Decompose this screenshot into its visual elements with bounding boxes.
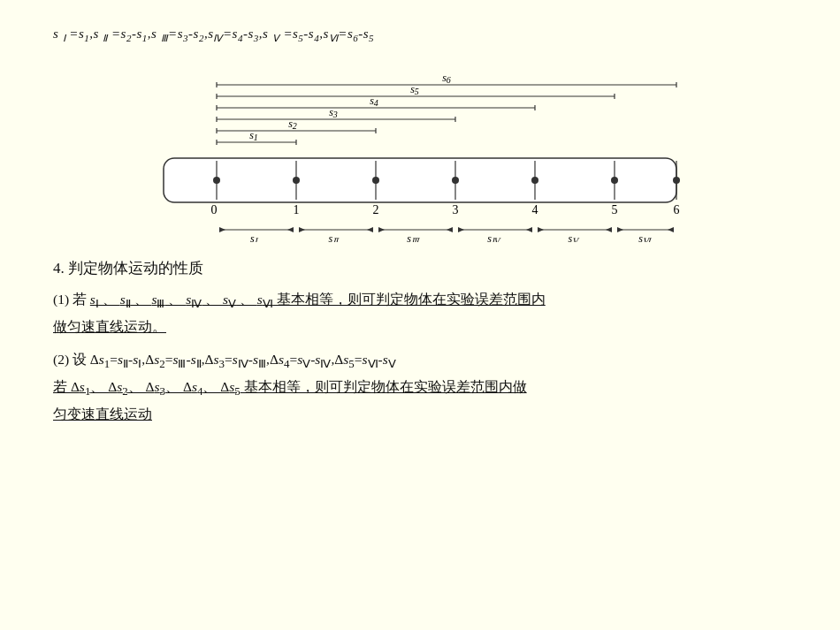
svg-text:s6: s6 [442, 72, 451, 85]
diagram: 0 1 2 3 4 5 6 s1 s2 s3 s [137, 57, 703, 242]
svg-marker-60 [299, 227, 305, 232]
svg-text:2: 2 [373, 203, 379, 216]
svg-text:sⅤ: sⅤ [568, 232, 580, 242]
svg-text:3: 3 [453, 203, 459, 216]
svg-marker-59 [287, 227, 294, 232]
page: s Ⅰ =s1,s Ⅱ =s2-s1,s Ⅲ=s3-s2,sⅣ=s4-s3,s … [0, 0, 840, 452]
svg-marker-62 [378, 227, 385, 232]
paragraph-2: (2) 设 Δs1=sⅡ-sⅠ,Δs2=sⅢ-sⅡ,Δs3=sⅣ-sⅢ,Δs4=… [53, 347, 787, 428]
formula-line: s Ⅰ =s1,s Ⅱ =s2-s1,s Ⅲ=s3-s2,sⅣ=s4-s3,s … [53, 27, 787, 44]
svg-text:4: 4 [532, 203, 538, 216]
section-4-title: 4. 判定物体运动的性质 [53, 258, 787, 278]
diagram-svg: 0 1 2 3 4 5 6 s1 s2 s3 s [137, 57, 703, 242]
svg-text:sⅠ: sⅠ [250, 232, 259, 242]
svg-marker-65 [526, 227, 532, 232]
svg-text:sⅥ: sⅥ [638, 232, 653, 242]
svg-marker-66 [538, 227, 544, 232]
svg-text:0: 0 [211, 203, 218, 216]
svg-marker-63 [447, 227, 453, 232]
svg-marker-68 [617, 227, 623, 232]
svg-rect-0 [164, 158, 676, 202]
svg-text:1: 1 [294, 203, 300, 216]
paragraph-1: (1) 若 sⅠ 、 sⅡ 、 sⅢ 、 sⅣ 、 sⅤ 、 sⅥ 基本相等，则… [53, 287, 787, 340]
svg-text:sⅢ: sⅢ [407, 232, 420, 242]
svg-marker-69 [668, 227, 674, 232]
svg-text:sⅡ: sⅡ [329, 232, 340, 242]
svg-text:5: 5 [612, 203, 618, 216]
svg-marker-64 [458, 227, 464, 232]
svg-marker-58 [219, 227, 225, 232]
svg-text:6: 6 [674, 203, 680, 216]
svg-marker-61 [367, 227, 373, 232]
svg-marker-67 [606, 227, 612, 232]
svg-text:sⅣ: sⅣ [487, 232, 501, 242]
